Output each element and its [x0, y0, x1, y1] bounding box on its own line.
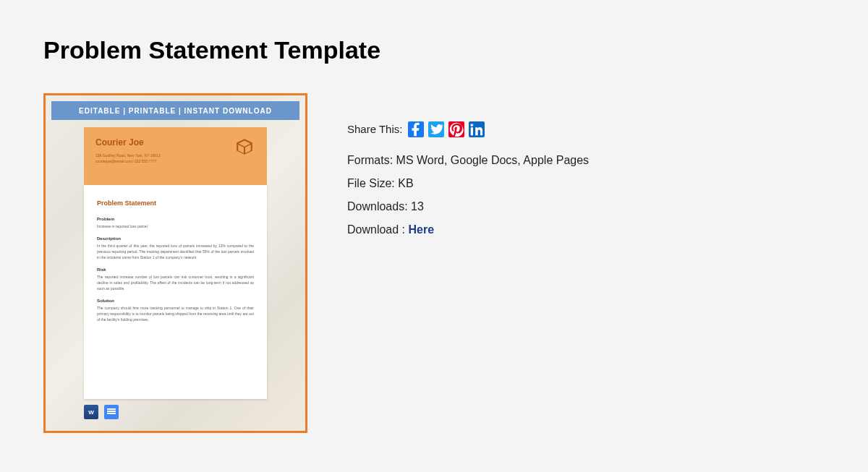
section-solution-h: Solution	[97, 299, 254, 303]
format-icons: W	[84, 405, 267, 419]
downloads-line: Downloads: 13	[347, 195, 589, 218]
pinterest-icon[interactable]	[448, 121, 464, 137]
preview-banner: EDITABLE | PRINTABLE | INSTANT DOWNLOAD	[51, 101, 299, 120]
twitter-icon[interactable]	[428, 121, 444, 137]
page-title: Problem Statement Template	[43, 36, 825, 64]
facebook-icon[interactable]	[408, 121, 424, 137]
section-problem-p: Increase in reported loss parcel	[97, 223, 254, 229]
template-meta: Share This: Formats: MS Word, Google Doc…	[347, 93, 589, 241]
company-address: 139 Godfrey Road, New York, NY 10013	[95, 153, 255, 159]
company-contact: courierjoe@email.com | 222 555 7777	[95, 159, 255, 165]
share-label: Share This:	[347, 119, 402, 140]
word-icon: W	[84, 405, 98, 419]
preview-header: Courier Joe 139 Godfrey Road, New York, …	[84, 127, 267, 185]
filesize-line: File Size: KB	[347, 172, 589, 195]
download-link[interactable]: Here	[409, 223, 435, 236]
section-description-h: Description	[97, 236, 254, 241]
section-risk-h: Risk	[97, 267, 254, 272]
section-solution-p: The company should hire more tracking pe…	[97, 305, 254, 322]
package-icon	[235, 137, 254, 156]
doc-title: Problem Statement	[97, 199, 254, 207]
linkedin-icon[interactable]	[469, 121, 485, 137]
preview-document: Problem Statement Problem Increase in re…	[84, 185, 267, 399]
template-preview[interactable]: EDITABLE | PRINTABLE | INSTANT DOWNLOAD …	[43, 93, 307, 433]
section-problem-h: Problem	[97, 217, 254, 221]
download-line: Download : Here	[347, 218, 589, 241]
google-docs-icon	[104, 405, 119, 419]
section-risk-p: The reported increase number of lost par…	[97, 274, 254, 291]
company-name: Courier Joe	[95, 137, 255, 147]
formats-line: Formats: MS Word, Google Docs, Apple Pag…	[347, 149, 589, 172]
section-description-p: In the third quarter of this year, the r…	[97, 243, 254, 260]
